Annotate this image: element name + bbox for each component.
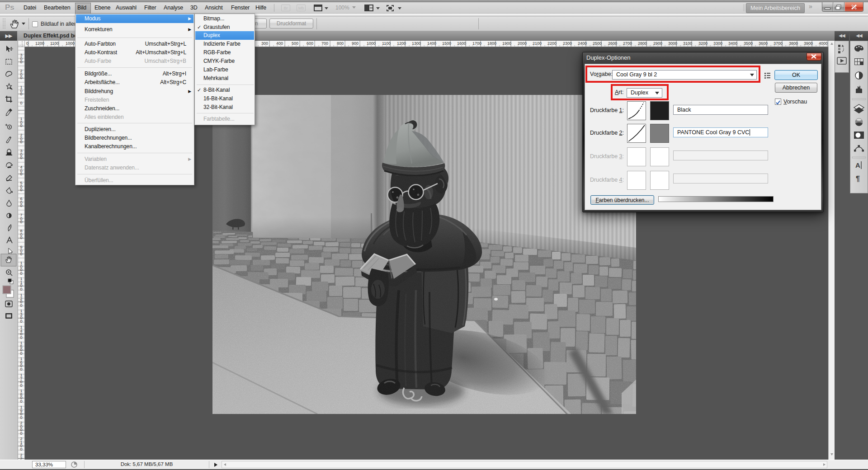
svg-text:¶: ¶ — [856, 175, 860, 183]
svg-text:A: A — [855, 161, 860, 169]
